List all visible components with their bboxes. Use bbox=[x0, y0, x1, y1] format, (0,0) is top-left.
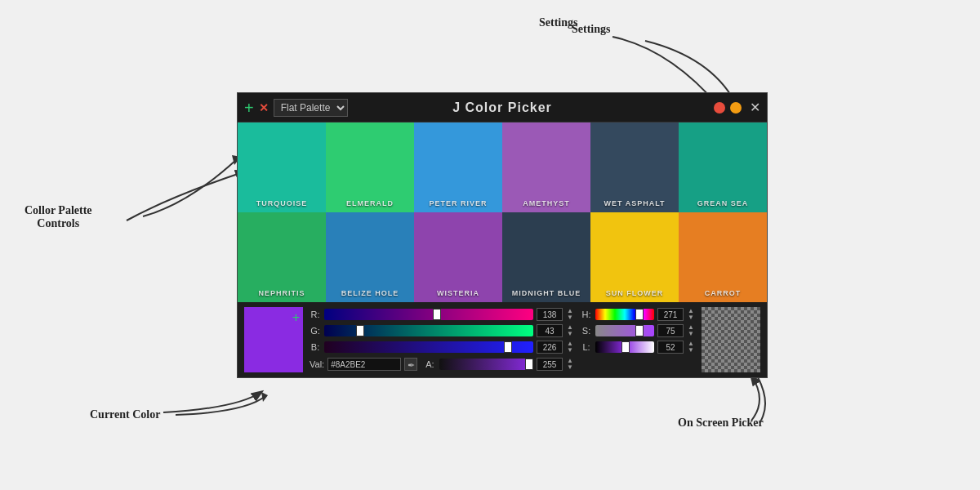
color-palette-grid: TURQUOISE ELMERALD PETER RIVER AMETHYST … bbox=[238, 122, 767, 302]
add-palette-button[interactable]: + bbox=[244, 100, 254, 116]
sat-input[interactable] bbox=[657, 324, 684, 337]
alpha-spinner-arrows: ▲ ▼ bbox=[566, 358, 574, 371]
green-spinner-arrows: ▲ ▼ bbox=[566, 324, 574, 337]
window-close-buttons: ✕ bbox=[714, 100, 760, 115]
hue-slider-track[interactable] bbox=[595, 309, 654, 320]
settings-annotation: Settings bbox=[539, 16, 577, 29]
alpha-slider-track[interactable] bbox=[439, 359, 533, 370]
sat-slider-row: S: ▲ ▼ bbox=[581, 323, 695, 338]
blue-slider-row: B: ▲ ▼ bbox=[310, 340, 574, 354]
blue-slider-thumb[interactable] bbox=[504, 341, 512, 353]
sat-spinner-arrows: ▲ ▼ bbox=[687, 324, 695, 337]
swatch-nephritis[interactable]: NEPHRITIS bbox=[238, 212, 326, 302]
green-slider-track[interactable] bbox=[324, 325, 533, 336]
minimize-yellow-button[interactable] bbox=[730, 102, 742, 114]
green-slider-thumb[interactable] bbox=[356, 325, 364, 336]
light-slider-row: L: ▲ ▼ bbox=[581, 340, 695, 354]
sat-down-arrow[interactable]: ▼ bbox=[687, 331, 695, 337]
svg-marker-3 bbox=[261, 392, 268, 402]
green-down-arrow[interactable]: ▼ bbox=[566, 331, 574, 337]
eyedropper-button[interactable]: ✒ bbox=[404, 358, 417, 371]
on-screen-picker-annotation: On Screen Picker bbox=[678, 416, 764, 430]
red-input[interactable] bbox=[537, 308, 563, 321]
alpha-down-arrow[interactable]: ▼ bbox=[566, 364, 574, 371]
red-slider-row: R: ▲ ▼ bbox=[310, 307, 574, 322]
blue-label: B: bbox=[310, 342, 321, 352]
sat-label: S: bbox=[581, 326, 592, 336]
hue-down-arrow[interactable]: ▼ bbox=[687, 314, 695, 321]
current-color-display: + bbox=[244, 307, 303, 372]
swatch-belize-hole[interactable]: BELIZE HOLE bbox=[326, 212, 414, 302]
swatch-amethyst[interactable]: AMETHYST bbox=[502, 122, 590, 212]
title-bar-controls: + ✕ Flat Palette bbox=[244, 99, 348, 117]
val-hex-input[interactable] bbox=[327, 358, 401, 371]
swatch-grean-sea[interactable]: GREAN SEA bbox=[679, 122, 767, 212]
light-down-arrow[interactable]: ▼ bbox=[687, 347, 695, 354]
alpha-label: A: bbox=[425, 359, 434, 369]
red-label: R: bbox=[310, 310, 321, 319]
swatch-peter-river[interactable]: PETER RIVER bbox=[414, 122, 502, 212]
hsl-sliders: H: ▲ ▼ S: ▲ ▼ bbox=[581, 307, 695, 372]
light-input[interactable] bbox=[657, 341, 684, 354]
alpha-input[interactable] bbox=[537, 358, 563, 371]
palette-select[interactable]: Flat Palette bbox=[274, 99, 348, 117]
light-slider-track[interactable] bbox=[595, 341, 654, 353]
swatch-midnight-blue[interactable]: MIDNIGHT BLUE bbox=[502, 212, 590, 302]
sat-slider-thumb[interactable] bbox=[635, 325, 644, 336]
swatch-elmerald[interactable]: ELMERALD bbox=[326, 122, 414, 212]
hue-spinner-arrows: ▲ ▼ bbox=[687, 308, 695, 321]
alpha-slider-thumb[interactable] bbox=[525, 359, 533, 370]
swatch-turquoise[interactable]: TURQUOISE bbox=[238, 122, 326, 212]
val-label: Val: bbox=[310, 359, 324, 369]
title-bar: + ✕ Flat Palette J Color Picker ✕ bbox=[238, 93, 767, 122]
swatch-wet-asphalt[interactable]: WET ASPHALT bbox=[590, 122, 679, 212]
green-input[interactable] bbox=[537, 324, 563, 337]
sat-slider-track[interactable] bbox=[595, 325, 654, 336]
color-palette-annotation: Collor PaletteControls bbox=[24, 204, 92, 230]
hue-slider-thumb[interactable] bbox=[635, 309, 644, 320]
hue-input[interactable] bbox=[657, 308, 684, 321]
light-slider-thumb[interactable] bbox=[621, 341, 630, 353]
swatch-carrot[interactable]: CARROT bbox=[679, 212, 767, 302]
light-label: L: bbox=[581, 342, 592, 352]
swatch-wisteria[interactable]: WISTERIA bbox=[414, 212, 502, 302]
add-color-button[interactable]: + bbox=[292, 310, 300, 325]
close-x-button[interactable]: ✕ bbox=[750, 100, 760, 115]
blue-spinner-arrows: ▲ ▼ bbox=[566, 341, 574, 354]
picker-controls: + R: ▲ ▼ G: bbox=[238, 302, 767, 377]
blue-input[interactable] bbox=[537, 341, 563, 354]
remove-palette-button[interactable]: ✕ bbox=[259, 101, 269, 114]
current-color-annotation: Current Color bbox=[90, 408, 160, 421]
red-down-arrow[interactable]: ▼ bbox=[566, 314, 574, 321]
green-slider-row: G: ▲ ▼ bbox=[310, 323, 574, 338]
blue-down-arrow[interactable]: ▼ bbox=[566, 347, 574, 354]
val-row: Val: ✒ A: ▲ ▼ bbox=[310, 358, 574, 371]
spacer bbox=[581, 356, 695, 371]
red-spinner-arrows: ▲ ▼ bbox=[566, 308, 574, 321]
blue-slider-track[interactable] bbox=[324, 341, 533, 353]
hue-slider-row: H: ▲ ▼ bbox=[581, 307, 695, 322]
checkerboard-display bbox=[702, 307, 760, 372]
color-picker-window: + ✕ Flat Palette J Color Picker ✕ TURQUO… bbox=[237, 92, 768, 378]
window-title: J Color Picker bbox=[452, 100, 552, 115]
green-label: G: bbox=[310, 326, 321, 336]
red-slider-thumb[interactable] bbox=[433, 309, 441, 320]
red-slider-track[interactable] bbox=[324, 309, 533, 320]
close-red-button[interactable] bbox=[714, 102, 725, 114]
light-spinner-arrows: ▲ ▼ bbox=[687, 341, 695, 354]
swatch-sun-flower[interactable]: SUN FLOWER bbox=[590, 212, 679, 302]
hue-label: H: bbox=[581, 310, 592, 319]
rgb-sliders: R: ▲ ▼ G: ▲ ▼ bbox=[310, 307, 574, 372]
